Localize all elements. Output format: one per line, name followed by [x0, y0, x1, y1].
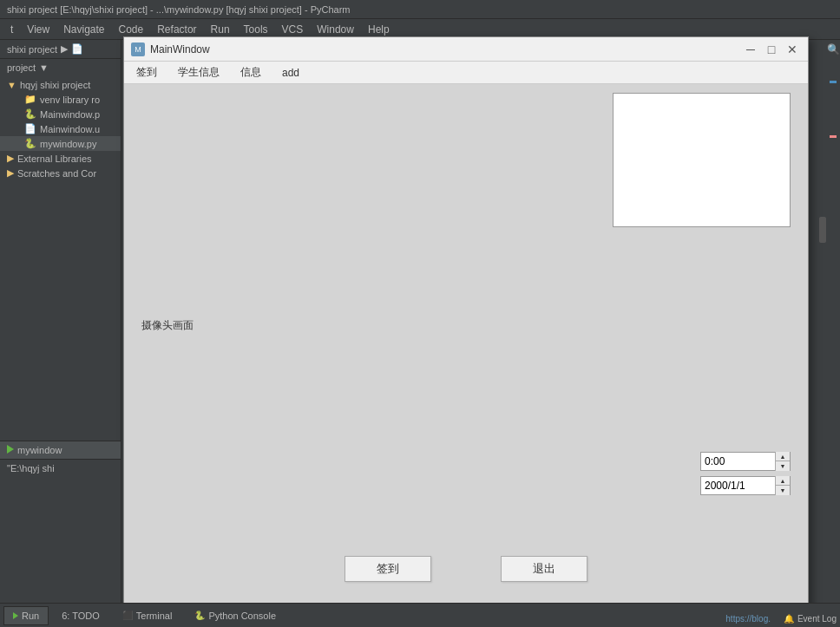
time-increment-button[interactable]: ▲ [776, 452, 790, 461]
chevron-right-icon: ▶ [61, 43, 68, 55]
bottom-toolbar: Run 6: TODO ⬛ Terminal 🐍 Python Console … [0, 603, 840, 627]
venv-label: venv library ro [40, 95, 100, 105]
dialog-menu-students[interactable]: 学生信息 [173, 63, 225, 82]
sidebar-header: shixi project ▶ 📄 [0, 40, 121, 59]
date-spin-buttons: ▲ ▼ [775, 476, 790, 495]
url-bar[interactable]: https://blog. [725, 614, 771, 624]
time-decrement-button[interactable]: ▼ [776, 461, 790, 471]
mywindow-tab-label: mywindow [17, 445, 62, 455]
dialog-title-text: MainWindow [150, 43, 210, 56]
folder-scratch-icon: ▶ [7, 167, 14, 179]
resize-handle[interactable] [819, 217, 826, 243]
camera-display [613, 93, 791, 227]
event-log-label: Event Log [797, 614, 837, 624]
file2-icon: 📄 [24, 123, 36, 134]
menu-item-navigate[interactable]: Navigate [56, 22, 111, 37]
sidebar-item-mainwindow-p[interactable]: 🐍 Mainwindow.p [0, 107, 121, 121]
sidebar-item-scratches[interactable]: ▶ Scratches and Cor [0, 166, 121, 180]
sidebar-item-mywindow[interactable]: 🐍 mywindow.py [0, 136, 121, 151]
run-output-panel: mywindow "E:\hqyj shi [0, 441, 121, 603]
run-tab-icon [13, 611, 18, 621]
exit-button[interactable]: 退出 [501, 556, 587, 582]
run-output-text: "E:\hqyj shi [0, 460, 121, 477]
root-label: hqyj shixi project [20, 80, 90, 90]
signin-button[interactable]: 签到 [345, 556, 431, 582]
tab-python-console[interactable]: 🐍 Python Console [185, 606, 285, 625]
time-input[interactable] [701, 453, 775, 470]
minimize-button[interactable]: ─ [742, 41, 759, 58]
folder-ext-icon: ▶ [7, 153, 14, 164]
run-green-icon [7, 445, 14, 455]
sidebar-item-mainwindow-u[interactable]: 📄 Mainwindow.u [0, 121, 121, 136]
tab-run[interactable]: Run [3, 606, 49, 625]
external-label: External Libraries [17, 153, 92, 164]
title-text: shixi project [E:\hqyj\shixi project] - … [7, 4, 351, 15]
menu-item-code[interactable]: Code [112, 22, 151, 37]
dialog-menu-bar: 签到 学生信息 信息 add [124, 62, 808, 84]
todo-tab-label: 6: TODO [62, 611, 100, 621]
dialog-menu-info[interactable]: 信息 [235, 63, 266, 82]
run-output-content: "E:\hqyj shi [7, 463, 55, 474]
date-input[interactable] [701, 477, 775, 494]
dialog-content: 摄像头画面 ▲ ▼ ▲ ▼ 签到 退出 [124, 84, 808, 608]
dialog-title-left: M MainWindow [131, 42, 210, 56]
date-input-wrapper: ▲ ▼ [700, 476, 791, 495]
date-increment-button[interactable]: ▲ [776, 476, 790, 486]
right-scrollbar [826, 40, 840, 603]
menu-item-view[interactable]: View [20, 22, 56, 37]
close-button[interactable]: ✕ [784, 41, 801, 58]
menu-item-refactor[interactable]: Refactor [150, 22, 203, 37]
time-date-inputs: ▲ ▼ ▲ ▼ [700, 452, 791, 495]
dialog-title-bar: M MainWindow ─ □ ✕ [124, 37, 808, 62]
dropdown-icon: ▼ [39, 62, 49, 73]
menu-item-t[interactable]: t [3, 22, 20, 37]
title-bar: shixi project [E:\hqyj\shixi project] - … [0, 0, 840, 19]
sidebar-file-icon: 📄 [71, 43, 83, 55]
sidebar-project: project ▼ [0, 59, 121, 76]
dialog-menu-add[interactable]: add [277, 65, 305, 81]
mainwindow-p-label: Mainwindow.p [40, 109, 100, 120]
sidebar-item-venv[interactable]: 📁 venv library ro [0, 92, 121, 107]
search-icon[interactable]: 🔍 [826, 40, 840, 59]
mywindow-label: mywindow.py [40, 139, 96, 149]
file-icon: 🐍 [24, 108, 36, 120]
python-console-tab-label: Python Console [208, 611, 276, 621]
maximize-button[interactable]: □ [763, 41, 780, 58]
py-file-icon: 🐍 [24, 138, 36, 149]
camera-label: 摄像头画面 [141, 318, 194, 333]
tab-todo[interactable]: 6: TODO [52, 606, 109, 625]
project-label[interactable]: project [7, 62, 36, 73]
menu-item-vcs[interactable]: VCS [275, 22, 311, 37]
date-decrement-button[interactable]: ▼ [776, 486, 790, 495]
main-window-dialog: M MainWindow ─ □ ✕ 签到 学生信息 信息 add 摄像头画面 … [123, 36, 809, 609]
event-log-icon: 🔔 [784, 614, 794, 624]
run-tab-label: Run [22, 611, 39, 621]
mainwindow-u-label: Mainwindow.u [40, 124, 100, 134]
dialog-controls: ─ □ ✕ [742, 41, 801, 58]
scroll-mark-3 [830, 135, 837, 138]
menu-item-window[interactable]: Window [310, 22, 361, 37]
dialog-buttons: 签到 退出 [124, 556, 808, 582]
sidebar-tree: ▼ hqyj shixi project 📁 venv library ro 🐍… [0, 76, 121, 182]
dialog-app-icon: M [131, 42, 145, 56]
tab-terminal[interactable]: ⬛ Terminal [113, 606, 182, 625]
menu-item-help[interactable]: Help [361, 22, 397, 37]
time-spin-buttons: ▲ ▼ [775, 452, 790, 471]
sidebar-item-external[interactable]: ▶ External Libraries [0, 151, 121, 166]
scroll-mark-2 [830, 81, 837, 83]
dialog-menu-signin[interactable]: 签到 [131, 63, 162, 82]
time-input-wrapper: ▲ ▼ [700, 452, 791, 471]
sidebar-item-root[interactable]: ▼ hqyj shixi project [0, 78, 121, 92]
python-icon: 🐍 [194, 611, 205, 620]
menu-item-run[interactable]: Run [204, 22, 237, 37]
terminal-icon: ⬛ [122, 611, 133, 620]
menu-item-tools[interactable]: Tools [237, 22, 275, 37]
scratches-label: Scratches and Cor [17, 168, 96, 179]
terminal-tab-label: Terminal [136, 611, 173, 621]
mywindow-tab[interactable]: mywindow [0, 441, 121, 460]
folder-collapsed-icon: ▼ [7, 80, 16, 90]
sidebar-breadcrumb[interactable]: shixi project [7, 44, 57, 55]
event-log-button[interactable]: 🔔 Event Log [784, 614, 837, 624]
folder-icon: 📁 [24, 94, 36, 105]
